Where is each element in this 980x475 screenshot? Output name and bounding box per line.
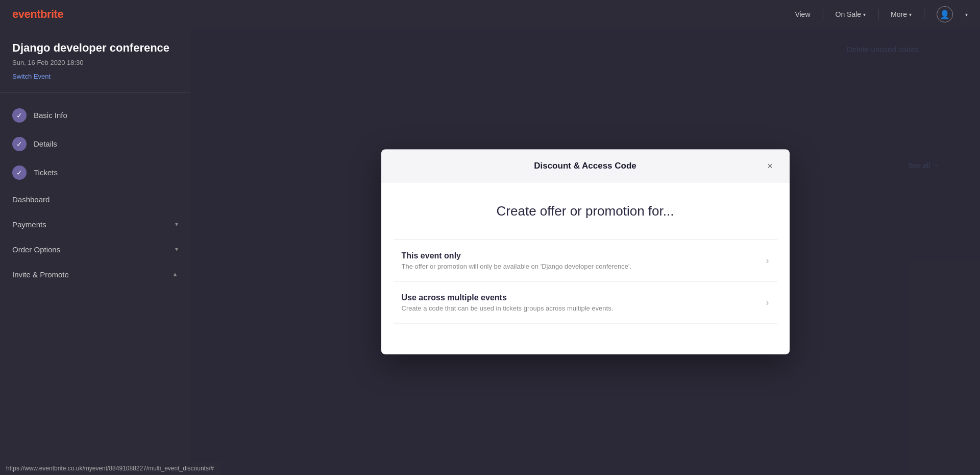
status-url: https://www.eventbrite.co.uk/myevent/884… — [6, 465, 214, 472]
content-area: Delete unused codes See all → Discount &… — [190, 29, 980, 475]
modal-close-button[interactable]: × — [763, 159, 777, 173]
multiple-events-option[interactable]: Use across multiple events Create a code… — [394, 281, 777, 324]
sidebar-item-label-dashboard: Dashboard — [12, 195, 50, 204]
modal-body: Create offer or promotion for... This ev… — [381, 183, 790, 354]
sidebar-item-dashboard[interactable]: Dashboard — [0, 187, 190, 212]
navbar-right: View On Sale ▾ More ▾ 👤 ▾ — [795, 6, 968, 22]
sidebar-item-invite-promote[interactable]: Invite & Promote ▲ — [0, 262, 190, 287]
payments-chevron-icon: ▾ — [175, 221, 178, 228]
sidebar-item-label-order-options: Order Options — [12, 245, 60, 254]
event-title: Django developer conference — [0, 41, 190, 56]
this-event-only-description: The offer or promotion will only be avai… — [402, 263, 632, 270]
sidebar-item-details[interactable]: ✓ Details — [0, 130, 190, 158]
modal-header: Discount & Access Code × — [381, 150, 790, 183]
eventbrite-logo[interactable]: eventbrite — [12, 8, 63, 21]
account-chevron-button[interactable]: ▾ — [965, 12, 968, 17]
this-event-only-chevron-icon: › — [766, 255, 769, 266]
basic-info-check-icon: ✓ — [12, 108, 27, 123]
this-event-only-title: This event only — [402, 251, 632, 260]
sidebar-item-label-invite-promote: Invite & Promote — [12, 270, 69, 279]
invite-promote-chevron-icon: ▲ — [172, 271, 178, 278]
this-event-only-text: This event only The offer or promotion w… — [402, 251, 632, 270]
sidebar-item-label-basic-info: Basic Info — [34, 111, 67, 120]
status-bar: https://www.eventbrite.co.uk/myevent/884… — [0, 462, 220, 475]
sidebar: Django developer conference Sun, 16 Feb … — [0, 29, 190, 475]
sidebar-item-label-tickets: Tickets — [34, 168, 58, 177]
sidebar-item-basic-info[interactable]: ✓ Basic Info — [0, 101, 190, 130]
more-chevron-icon: ▾ — [909, 12, 912, 17]
logo-text: eventbrite — [12, 8, 63, 20]
on-sale-chevron-icon: ▾ — [863, 12, 866, 17]
multiple-events-text: Use across multiple events Create a code… — [402, 293, 614, 312]
tickets-check-icon: ✓ — [12, 165, 27, 180]
multiple-events-title: Use across multiple events — [402, 293, 614, 302]
sidebar-divider — [0, 92, 190, 93]
this-event-only-option[interactable]: This event only The offer or promotion w… — [394, 240, 777, 281]
on-sale-button[interactable]: On Sale ▾ — [836, 10, 866, 18]
nav-divider-1 — [823, 9, 823, 19]
order-options-chevron-icon: ▾ — [175, 246, 178, 253]
sidebar-item-order-options[interactable]: Order Options ▾ — [0, 237, 190, 262]
more-button[interactable]: More ▾ — [891, 10, 912, 18]
event-date: Sun, 16 Feb 2020 18:30 — [0, 59, 190, 66]
multiple-events-chevron-icon: › — [766, 297, 769, 308]
discount-access-code-modal: Discount & Access Code × Create offer or… — [381, 150, 790, 354]
close-icon: × — [767, 160, 773, 171]
sidebar-item-label-payments: Payments — [12, 220, 46, 229]
sidebar-item-label-details: Details — [34, 139, 57, 148]
modal-subtitle: Create offer or promotion for... — [394, 203, 777, 219]
nav-divider-2 — [878, 9, 878, 19]
navbar: eventbrite View On Sale ▾ More ▾ 👤 ▾ — [0, 0, 980, 29]
user-icon: 👤 — [940, 10, 950, 19]
nav-divider-3 — [924, 9, 924, 19]
details-check-icon: ✓ — [12, 137, 27, 151]
multiple-events-description: Create a code that can be used in ticket… — [402, 304, 614, 312]
sidebar-item-payments[interactable]: Payments ▾ — [0, 212, 190, 237]
switch-event-link[interactable]: Switch Event — [0, 73, 190, 80]
modal-title: Discount & Access Code — [408, 161, 763, 171]
navbar-left: eventbrite — [12, 8, 63, 21]
modal-wrapper: Discount & Access Code × Create offer or… — [381, 150, 790, 354]
user-avatar-button[interactable]: 👤 — [937, 6, 953, 22]
sidebar-item-tickets[interactable]: ✓ Tickets — [0, 158, 190, 187]
view-button[interactable]: View — [795, 10, 810, 18]
main-layout: Django developer conference Sun, 16 Feb … — [0, 29, 980, 475]
account-chevron-icon: ▾ — [965, 12, 968, 17]
